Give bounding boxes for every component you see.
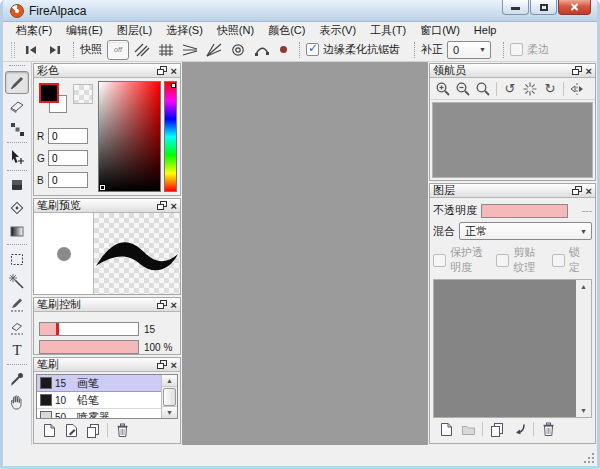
snap-off-button[interactable]: off [107, 40, 129, 60]
text-tool[interactable]: T [5, 339, 29, 362]
edit-brush-button[interactable] [60, 421, 82, 440]
close-panel-icon[interactable]: × [171, 360, 177, 370]
flip-horizontal-button[interactable] [567, 80, 587, 98]
snap-radial-button[interactable] [203, 40, 225, 60]
navigator-preview[interactable] [432, 102, 593, 178]
menu-edit[interactable]: 编辑(E) [59, 22, 110, 39]
snap-parallel-button[interactable] [131, 40, 153, 60]
brush-size-slider[interactable] [39, 322, 139, 336]
close-panel-icon[interactable]: × [171, 66, 177, 76]
eyedropper-tool[interactable] [5, 367, 29, 390]
layer-list-area[interactable] [434, 280, 576, 417]
transparent-color-swatch[interactable] [73, 84, 93, 104]
menu-layer[interactable]: 图层(L) [110, 22, 159, 39]
rotate-left-button[interactable]: ↺ [500, 80, 520, 98]
brush-panel-header[interactable]: 笔刷 × [34, 358, 180, 372]
brush-tool[interactable] [5, 71, 29, 94]
snap-circle-button[interactable] [227, 40, 249, 60]
float-panel-icon[interactable] [157, 66, 168, 76]
soft-edge-checkbox[interactable] [510, 43, 523, 56]
merge-down-button[interactable] [508, 420, 530, 439]
close-button[interactable] [558, 0, 591, 15]
layers-header[interactable]: 图层 × [430, 184, 595, 198]
float-panel-icon[interactable] [157, 360, 168, 370]
brush-list-scrollbar[interactable]: ▲ ▼ [161, 375, 177, 418]
float-panel-icon[interactable] [572, 66, 583, 76]
titlebar[interactable]: FireAlpaca [3, 0, 597, 22]
menu-color[interactable]: 颜色(C) [261, 22, 312, 39]
eraser-tool[interactable] [5, 94, 29, 117]
brush-preview-header[interactable]: 笔刷预览 × [34, 199, 180, 213]
saturation-value-picker[interactable] [98, 81, 161, 192]
menu-window[interactable]: 窗口(W) [413, 22, 467, 39]
canvas[interactable] [182, 62, 428, 445]
fill-tool[interactable] [5, 173, 29, 196]
clipping-checkbox[interactable] [496, 254, 509, 267]
red-channel-input[interactable] [48, 128, 88, 144]
rotate-right-button[interactable]: ↻ [540, 80, 560, 98]
hand-tool[interactable] [5, 390, 29, 413]
menu-help[interactable]: Help [467, 23, 504, 37]
float-panel-icon[interactable] [157, 201, 168, 211]
brush-list-item[interactable]: 15 画笔 [37, 375, 161, 392]
zoom-reset-button[interactable] [473, 80, 493, 98]
add-brush-button[interactable] [38, 421, 60, 440]
add-layer-button[interactable] [435, 420, 457, 439]
zoom-in-button[interactable] [433, 80, 453, 98]
brush-opacity-slider[interactable] [39, 340, 139, 354]
scroll-down-icon[interactable]: ▼ [576, 404, 591, 417]
palette-grip[interactable] [9, 65, 25, 68]
zoom-out-button[interactable] [453, 80, 473, 98]
add-folder-button[interactable] [457, 420, 479, 439]
navigator-header[interactable]: 领航员 × [430, 64, 595, 78]
magic-wand-tool[interactable] [5, 270, 29, 293]
antialias-option[interactable]: ✓ 边缘柔化抗锯齿 [306, 42, 408, 57]
redo-button[interactable] [43, 40, 67, 60]
select-eraser-tool[interactable] [5, 316, 29, 339]
reset-rotation-button[interactable] [520, 80, 540, 98]
blend-mode-dropdown[interactable]: 正常 ▼ [459, 222, 592, 240]
snap-grid-button[interactable] [155, 40, 177, 60]
snap-curve-button[interactable] [251, 40, 273, 60]
lock-checkbox[interactable] [552, 254, 565, 267]
float-panel-icon[interactable] [572, 186, 583, 196]
close-panel-icon[interactable]: × [171, 300, 177, 310]
antialias-checkbox[interactable]: ✓ [306, 43, 319, 56]
brush-control-header[interactable]: 笔刷控制 × [34, 298, 180, 312]
color-panel-header[interactable]: 彩色 × [34, 64, 180, 78]
brush-list-item[interactable]: 50 喷雾器 [37, 409, 161, 418]
green-channel-input[interactable] [48, 150, 88, 166]
menu-tools[interactable]: 工具(T) [363, 22, 413, 39]
correction-dropdown[interactable]: 0 ▼ [447, 41, 491, 59]
minimize-button[interactable] [502, 0, 529, 15]
menu-file[interactable]: 档案(F) [9, 22, 59, 39]
close-panel-icon[interactable]: × [586, 186, 592, 196]
copy-layer-button[interactable] [486, 420, 508, 439]
layer-list-scrollbar[interactable]: ▲ ▼ [576, 280, 591, 417]
select-pen-tool[interactable] [5, 293, 29, 316]
move-tool[interactable] [5, 145, 29, 168]
layer-list[interactable]: ▲ ▼ [433, 279, 592, 418]
foreground-color-swatch[interactable] [39, 83, 59, 103]
select-tool[interactable] [5, 247, 29, 270]
close-panel-icon[interactable]: × [171, 201, 177, 211]
gradient-tool[interactable] [5, 219, 29, 242]
menu-snapshot[interactable]: 快照(N) [210, 22, 261, 39]
undo-button[interactable] [19, 40, 43, 60]
menu-view[interactable]: 表示(V) [312, 22, 363, 39]
delete-brush-button[interactable] [111, 421, 133, 440]
maximize-button[interactable] [530, 0, 557, 15]
blue-channel-input[interactable] [48, 172, 88, 188]
protect-alpha-checkbox[interactable] [433, 254, 446, 267]
brush-list-item[interactable]: 10 铅笔 [37, 392, 161, 409]
resize-grip[interactable] [583, 452, 595, 464]
close-panel-icon[interactable]: × [586, 66, 592, 76]
menu-select[interactable]: 选择(S) [159, 22, 210, 39]
layer-opacity-slider[interactable] [481, 204, 568, 218]
dot-tool[interactable] [5, 117, 29, 140]
snap-indicator-dot[interactable] [280, 46, 287, 53]
soft-edge-option[interactable]: 柔边 [510, 42, 557, 57]
scroll-up-icon[interactable]: ▲ [162, 375, 177, 387]
delete-layer-button[interactable] [537, 420, 559, 439]
copy-brush-button[interactable] [82, 421, 104, 440]
